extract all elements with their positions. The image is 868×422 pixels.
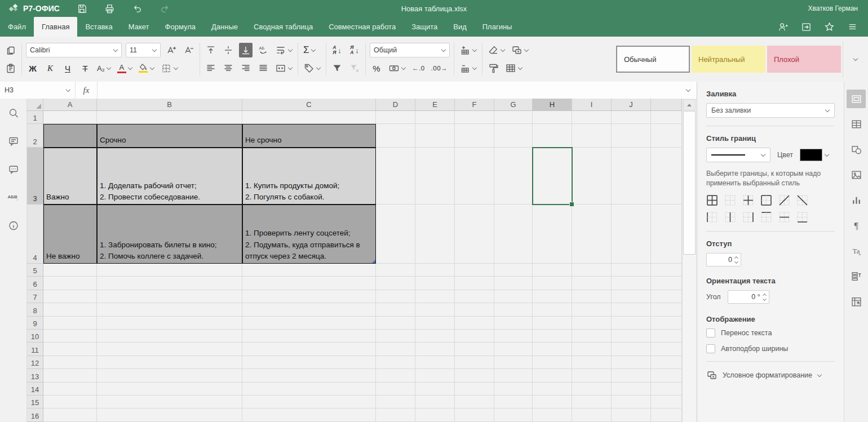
formula-bar-collapse-button[interactable] [680,82,697,99]
cell-settings-icon[interactable] [847,90,866,108]
cell-G15[interactable] [494,396,533,408]
cell-G7[interactable] [494,290,533,303]
named-ranges-button[interactable] [302,61,322,75]
cell-B4[interactable]: 1. Забронировать билеты в кино; 2. Помоч… [97,205,242,264]
cell-J5[interactable] [612,264,651,277]
align-justify-button[interactable] [256,61,270,75]
cell-E11[interactable] [415,343,455,356]
cell-E8[interactable] [415,303,455,316]
slicer-settings-icon[interactable] [847,267,866,286]
cell-E4[interactable] [415,205,455,264]
cell-A1[interactable] [43,111,97,124]
cell-A12[interactable] [43,356,97,369]
cell-x11[interactable] [651,343,682,356]
cell-I2[interactable] [572,124,612,148]
cell-G6[interactable] [494,277,533,290]
cell-D4[interactable] [376,205,415,264]
column-header-J[interactable]: J [612,99,651,111]
cell-F14[interactable] [455,383,494,396]
cell-H13[interactable] [533,369,572,382]
cell-J6[interactable] [612,277,651,290]
insert-function-button[interactable]: fx [76,82,98,99]
formula-input[interactable] [98,82,680,99]
cell-C12[interactable] [242,356,376,369]
cell-E5[interactable] [415,264,455,277]
scroll-up-button[interactable] [683,99,696,110]
menu-icon[interactable] [847,21,858,32]
row-header-7[interactable]: 7 [27,290,43,303]
column-header-H[interactable]: H [533,99,572,111]
cell-G12[interactable] [494,356,533,369]
cell-E7[interactable] [415,290,455,303]
cell-A2[interactable] [43,124,97,148]
align-top-button[interactable] [204,43,218,57]
row-header-1[interactable]: 1 [27,111,43,124]
chat-icon[interactable] [5,162,23,176]
cell-D3[interactable] [376,148,415,205]
underline-button[interactable]: Ч [61,61,74,75]
clear-button[interactable] [486,43,506,57]
cell-H10[interactable] [533,330,572,343]
open-file-location-icon[interactable] [801,21,812,32]
cell-I10[interactable] [572,330,612,343]
cell-I11[interactable] [572,343,612,356]
cell-C6[interactable] [242,277,376,290]
angle-spinner[interactable]: 0 ° [728,290,769,304]
cell-I1[interactable] [572,111,612,124]
fill-color-button[interactable] [138,61,156,75]
italic-button[interactable]: К [43,61,57,75]
cell-H1[interactable] [533,111,572,124]
cell-C8[interactable] [242,303,376,316]
wrap-text-checkbox[interactable] [706,328,715,337]
cell-J11[interactable] [612,343,651,356]
cell-J7[interactable] [612,290,651,303]
cell-C15[interactable] [242,396,376,408]
row-header-14[interactable]: 14 [27,383,43,396]
cell-name-box[interactable]: H3 [0,82,76,99]
cell-C16[interactable] [242,408,376,421]
cell-G11[interactable] [494,343,533,356]
cell-D6[interactable] [376,277,415,290]
cell-E12[interactable] [415,356,455,369]
cell-F9[interactable] [455,317,494,330]
column-header-F[interactable]: F [455,99,494,111]
cell-D9[interactable] [376,317,415,330]
cell-B14[interactable] [97,383,242,396]
cell-A15[interactable] [43,396,97,408]
cell-A13[interactable] [43,369,97,382]
cell-x13[interactable] [651,369,682,382]
row-header-11[interactable]: 11 [27,343,43,356]
spinner-arrows-icon[interactable] [763,293,767,301]
cell-style-Обычный[interactable]: Обычный [616,46,690,73]
select-all-corner[interactable] [27,99,43,111]
cell-G4[interactable] [494,205,533,264]
decrease-font-button[interactable] [182,43,196,57]
cell-H8[interactable] [533,303,572,316]
cell-F7[interactable] [455,290,494,303]
conditional-formatting-panel-button[interactable]: Условное форматирование [706,370,822,381]
cell-B1[interactable] [97,111,242,124]
cell-D14[interactable] [376,383,415,396]
cell-G8[interactable] [494,303,533,316]
cell-H6[interactable] [533,277,572,290]
border-right-button[interactable] [742,211,754,223]
cell-x16[interactable] [651,408,682,421]
cell-J9[interactable] [612,317,651,330]
textart-settings-icon[interactable]: Ta̯ [847,242,866,260]
cell-D8[interactable] [376,303,415,316]
cell-H2[interactable] [533,124,572,148]
border-inside-v-button[interactable] [724,211,736,223]
cell-G9[interactable] [494,317,533,330]
cell-x5[interactable] [651,264,682,277]
cell-H16[interactable] [533,408,572,421]
cell-B15[interactable] [97,396,242,408]
cell-A6[interactable] [43,277,97,290]
cell-I3[interactable] [572,148,612,205]
undo-button[interactable] [132,3,143,14]
align-middle-button[interactable] [222,43,235,57]
cell-I14[interactable] [572,383,612,396]
row-header-4[interactable]: 4 [27,205,43,264]
cell-x4[interactable] [651,205,682,264]
border-line-style-select[interactable] [706,148,770,162]
cell-A14[interactable] [43,383,97,396]
